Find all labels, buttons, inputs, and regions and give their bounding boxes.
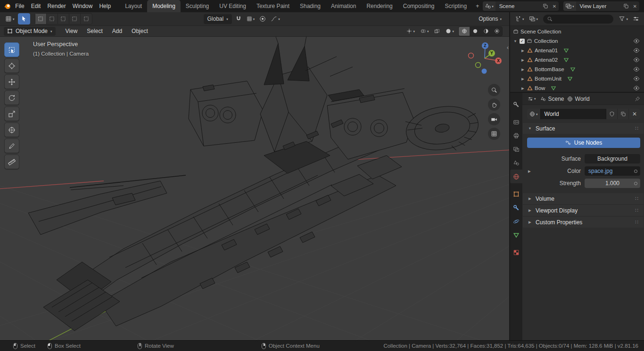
- pin-icon[interactable]: [635, 96, 640, 102]
- tool-transform[interactable]: [4, 122, 19, 137]
- breadcrumb-world[interactable]: World: [567, 96, 590, 102]
- expand-triangle-icon[interactable]: ▶: [520, 49, 525, 53]
- browse-scene-button[interactable]: ▾: [483, 1, 495, 11]
- tab-uv-editing[interactable]: UV Editing: [214, 0, 251, 12]
- menu-render[interactable]: Render: [44, 0, 69, 12]
- tool-scale[interactable]: [4, 106, 19, 121]
- viewport-3d[interactable]: User Perspective (1) Collection | Camera: [0, 37, 509, 340]
- panel-surface[interactable]: ▼ Surface ∷: [523, 123, 644, 134]
- select-extend-button[interactable]: [47, 14, 58, 24]
- tool-select-box[interactable]: [4, 42, 19, 57]
- outliner-filter-button[interactable]: ▾: [617, 15, 629, 23]
- drag-handle-icon[interactable]: ∷: [635, 196, 639, 202]
- scene-name[interactable]: Scene: [495, 3, 541, 9]
- outliner-row-object[interactable]: ▶ Bow: [510, 83, 644, 93]
- outliner-row-object[interactable]: ▶ BottomUnit: [510, 74, 644, 83]
- select-set-button[interactable]: [35, 14, 47, 24]
- collection-checkbox[interactable]: ✓: [520, 39, 525, 44]
- visibility-toggle[interactable]: [633, 85, 640, 91]
- fake-user-button[interactable]: [606, 109, 618, 119]
- tab-modeling[interactable]: Modeling: [147, 0, 181, 12]
- new-view-layer-button[interactable]: [621, 1, 631, 11]
- show-overlays-dropdown[interactable]: ▾: [419, 27, 430, 35]
- panel-viewport-display[interactable]: ▶ Viewport Display ∷: [523, 205, 644, 216]
- outliner-row-collection[interactable]: ▼ ✓ Collection: [510, 36, 644, 46]
- visibility-toggle[interactable]: [633, 57, 640, 63]
- menu-edit[interactable]: Edit: [28, 0, 44, 12]
- snap-settings-dropdown[interactable]: ▾: [245, 15, 256, 23]
- tab-animation[interactable]: Animation: [326, 0, 361, 12]
- shading-rendered-button[interactable]: [491, 27, 502, 36]
- transform-orientation-dropdown[interactable]: Global ▾: [204, 14, 232, 24]
- outliner-row-object[interactable]: ▶ Antena01: [510, 46, 644, 55]
- collapse-triangle-icon[interactable]: ▼: [513, 39, 518, 43]
- remove-view-layer-button[interactable]: ✕: [631, 4, 639, 9]
- expand-triangle-icon[interactable]: ▶: [520, 67, 525, 72]
- tab-active-tool[interactable]: [510, 98, 522, 111]
- tool-move[interactable]: [4, 74, 19, 89]
- outliner-row-scene-collection[interactable]: Scene Collection: [510, 27, 644, 36]
- outliner-options-button[interactable]: [631, 15, 641, 23]
- visibility-toggle[interactable]: [633, 75, 640, 82]
- tab-output[interactable]: [510, 129, 522, 142]
- tab-shading[interactable]: Shading: [295, 0, 326, 12]
- tab-compositing[interactable]: Compositing: [398, 0, 440, 12]
- use-nodes-button[interactable]: Use Nodes: [527, 138, 640, 148]
- menu-object[interactable]: Object: [127, 26, 152, 37]
- tab-object-data[interactable]: [510, 228, 522, 242]
- shading-dropdown[interactable]: ▾: [444, 27, 455, 35]
- menu-select[interactable]: Select: [83, 26, 107, 37]
- shading-wireframe-button[interactable]: [459, 27, 470, 36]
- add-workspace-button[interactable]: +: [472, 0, 483, 12]
- tool-cursor[interactable]: [4, 58, 19, 73]
- unlink-world-button[interactable]: ✕: [629, 109, 640, 119]
- xray-toggle[interactable]: [433, 27, 441, 35]
- new-world-button[interactable]: [618, 109, 629, 119]
- browse-world-button[interactable]: ▾: [527, 109, 540, 119]
- tab-texture-paint[interactable]: Texture Paint: [251, 0, 295, 12]
- sidebar-toggle[interactable]: ‹: [507, 44, 509, 51]
- expand-triangle-icon[interactable]: ▶: [520, 77, 525, 81]
- select-invert-button[interactable]: [69, 14, 81, 24]
- tab-render[interactable]: [510, 115, 522, 129]
- unlink-scene-button[interactable]: ✕: [550, 4, 559, 9]
- select-intersect-button[interactable]: [81, 14, 92, 24]
- menu-file[interactable]: File: [12, 0, 27, 12]
- expand-triangle-icon[interactable]: ▶: [528, 169, 531, 173]
- tool-rotate[interactable]: [4, 90, 19, 105]
- tab-modifiers[interactable]: [510, 201, 522, 214]
- menu-window[interactable]: Window: [69, 0, 96, 12]
- tab-object[interactable]: [510, 187, 522, 201]
- active-tool-button[interactable]: [18, 13, 30, 24]
- outliner-row-object[interactable]: ▶ Antena02: [510, 55, 644, 65]
- options-dropdown[interactable]: Options ▾: [479, 16, 505, 22]
- node-link-icon[interactable]: [634, 170, 637, 173]
- strength-slider[interactable]: 1.000: [585, 179, 640, 188]
- visibility-toggle[interactable]: [633, 47, 640, 54]
- menu-view[interactable]: View: [61, 26, 82, 37]
- mode-dropdown[interactable]: Object Mode ▾: [4, 27, 56, 36]
- perspective-toggle-button[interactable]: [488, 128, 500, 140]
- proportional-falloff-dropdown[interactable]: ▾: [269, 15, 281, 23]
- tab-view-layer[interactable]: [510, 142, 522, 156]
- shading-material-button[interactable]: [480, 27, 491, 36]
- show-gizmos-dropdown[interactable]: ▾: [405, 27, 416, 35]
- tab-texture[interactable]: [510, 245, 522, 259]
- drag-handle-icon[interactable]: ∷: [635, 219, 639, 225]
- new-scene-button[interactable]: [541, 1, 550, 11]
- expand-triangle-icon[interactable]: ▶: [520, 86, 525, 90]
- tab-sculpting[interactable]: Sculpting: [181, 0, 214, 12]
- view-layer-name[interactable]: View Layer: [576, 3, 621, 9]
- tool-measure[interactable]: [4, 155, 19, 169]
- outliner-row-object[interactable]: ▶ BottomBase: [510, 65, 644, 74]
- world-name-field[interactable]: World: [540, 109, 606, 119]
- tool-annotate[interactable]: [4, 139, 19, 153]
- outliner-display-dropdown[interactable]: ▾: [528, 15, 540, 23]
- expand-triangle-icon[interactable]: ▶: [520, 58, 525, 62]
- visibility-toggle[interactable]: [633, 66, 640, 73]
- tab-world[interactable]: [510, 170, 522, 183]
- outliner-search[interactable]: [543, 15, 613, 24]
- tab-rendering[interactable]: Rendering: [361, 0, 397, 12]
- select-subtract-button[interactable]: [58, 14, 69, 24]
- drag-handle-icon[interactable]: ∷: [635, 125, 639, 131]
